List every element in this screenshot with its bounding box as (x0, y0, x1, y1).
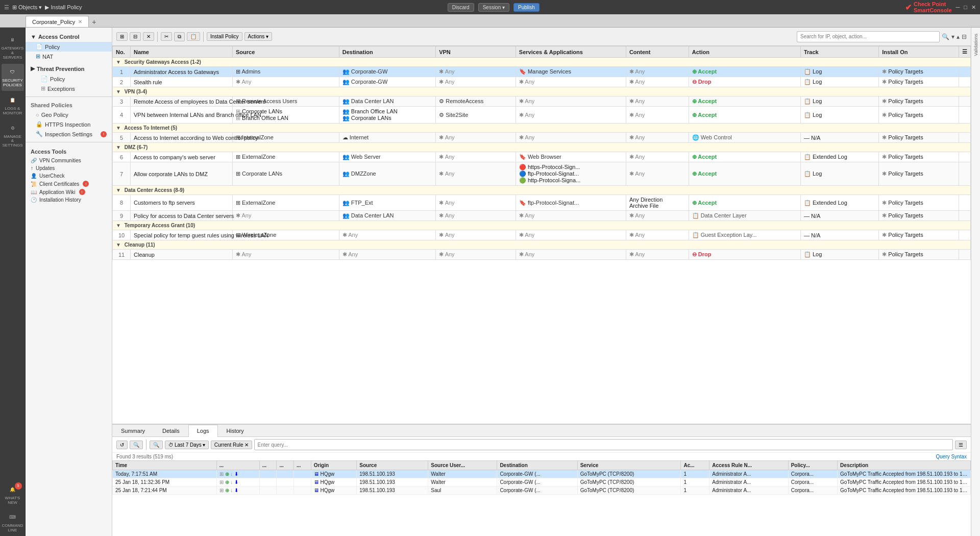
tool-client-certs[interactable]: 📜 Client Certificates ! (31, 180, 107, 188)
section-expand-icon[interactable]: ▼ (116, 223, 121, 228)
row-menu[interactable] (959, 195, 971, 211)
section-header-row[interactable]: ▼ Cleanup (11) (113, 240, 971, 250)
section-header-row[interactable]: ▼ Temporary Access Grant (10) (113, 221, 971, 230)
copy-button[interactable]: ⧉ (174, 32, 185, 41)
sidebar-item-command-line[interactable]: ⌨ COMMAND LINE (2, 509, 24, 536)
table-row[interactable]: 4 VPN between Internal LANs and Branch o… (113, 107, 971, 124)
add-above-button[interactable]: ⊞ (116, 32, 128, 41)
sidebar-item-logs[interactable]: 📋 LOGS & MONITOR (2, 92, 24, 119)
sidebar-item-whatsnew[interactable]: 🔔 WHAT'S NEW 5 (2, 481, 24, 508)
row-menu[interactable] (959, 211, 971, 221)
app-menu-icon[interactable]: ☰ (4, 4, 9, 11)
tab-summary[interactable]: Summary (112, 425, 154, 436)
nav-threat-title[interactable]: ▶ Threat Prevention (26, 63, 112, 74)
section-header-row[interactable]: ▼ Security Gateways Access (1-2) (113, 58, 971, 67)
scroll-up-button[interactable]: ▴ (957, 33, 960, 40)
log-row[interactable]: Today, 7:17:51 AM ⊞ ⊕ ↓ ⬇ 🖥 HQgw 198.51.… (113, 470, 971, 478)
nav-item-nat[interactable]: ⊞ NAT (26, 52, 112, 61)
log-query-input[interactable] (254, 439, 953, 450)
section-expand-icon[interactable]: ▼ (116, 89, 121, 94)
scroll-down-button[interactable]: ▾ (951, 33, 954, 40)
cut-button[interactable]: ✂ (161, 32, 172, 41)
row-source: ⊞ Corporate LANs⊞ Branch Office LAN (233, 107, 339, 124)
filter-button[interactable]: ⊟ (962, 33, 967, 40)
tool-install-history[interactable]: 🕐 Installation History (31, 196, 107, 204)
nav-item-geo-policy[interactable]: ○ Geo Policy (26, 110, 112, 119)
table-row[interactable]: 11 Cleanup ✱ Any ✱ Any ✱ Any ✱ Any ✱ Any… (113, 250, 971, 260)
actions-button[interactable]: Actions ▾ (244, 32, 273, 41)
section-expand-icon[interactable]: ▼ (116, 59, 121, 65)
section-header-row[interactable]: ▼ VPN (3-4) (113, 87, 971, 96)
tab-details[interactable]: Details (154, 425, 188, 436)
section-header-row[interactable]: ▼ Access To Internet (5) (113, 124, 971, 133)
nav-item-https-inspection[interactable]: 🔒 HTTPS Inspection (26, 119, 112, 129)
row-menu[interactable] (959, 250, 971, 260)
table-row[interactable]: 10 Special policy for temp guest rules u… (113, 230, 971, 240)
paste-button[interactable]: 📋 (187, 32, 200, 41)
search-input[interactable] (797, 31, 940, 42)
install-policy-menu[interactable]: ▶ Install Policy (45, 4, 82, 11)
tool-updates[interactable]: ↑ Updates (31, 164, 107, 172)
time-filter-button[interactable]: ⏱ Last 7 Days ▾ (165, 441, 209, 449)
log-row[interactable]: 25 Jan 18, 7:21:44 PM ⊞ ⊕ ↓ ⬇ 🖥 HQgw 198… (113, 486, 971, 495)
section-expand-icon[interactable]: ▼ (116, 144, 121, 150)
search-log-button[interactable]: 🔍 (130, 441, 143, 449)
search-button[interactable]: 🔍 (942, 33, 949, 40)
section-expand-icon[interactable]: ▼ (116, 187, 121, 193)
row-menu[interactable] (959, 152, 971, 162)
table-row[interactable]: 5 Access to Internet according to Web co… (113, 133, 971, 143)
nav-item-tp-policy[interactable]: 📄 Policy (26, 74, 112, 84)
rule-filter-close[interactable]: ✕ (244, 442, 249, 448)
tab-logs[interactable]: Logs (188, 425, 218, 437)
nav-item-policy[interactable]: 📄 Policy (26, 42, 112, 52)
section-header-row[interactable]: ▼ Data Center Access (8-9) (113, 186, 971, 195)
row-menu[interactable] (959, 96, 971, 107)
row-menu[interactable] (959, 67, 971, 77)
row-menu[interactable] (959, 77, 971, 87)
tool-vpn-communities[interactable]: 🔗 VPN Communities (31, 157, 107, 164)
tool-app-wiki[interactable]: 📖 Application Wiki ! (31, 188, 107, 196)
table-row[interactable]: 8 Customers to ftp servers ⊞ ExternalZon… (113, 195, 971, 211)
sidebar-item-security[interactable]: 🛡 SECURITY POLICIES (2, 64, 24, 91)
row-menu[interactable] (959, 162, 971, 186)
add-tab-button[interactable]: + (89, 17, 99, 27)
publish-button[interactable]: Publish (513, 3, 540, 12)
discard-button[interactable]: Discard (448, 3, 474, 12)
sidebar-item-manage[interactable]: ⚙ MANAGE & SETTINGS (2, 120, 24, 151)
query-syntax-link[interactable]: Query Syntax (936, 454, 967, 459)
rule-filter-button[interactable]: Current Rule ✕ (211, 441, 252, 449)
delete-button[interactable]: ✕ (143, 32, 154, 41)
section-header-row[interactable]: ▼ DMZ (6-7) (113, 143, 971, 152)
table-row[interactable]: 2 Stealth rule ✱ Any 👥 Corporate-GW ✱ An… (113, 77, 971, 87)
close-button[interactable]: ✕ (971, 4, 976, 11)
log-search-button[interactable]: 🔍 (150, 441, 163, 449)
section-expand-icon[interactable]: ▼ (116, 242, 121, 248)
table-row[interactable]: 1 Administrator Access to Gateways ⊞ Adm… (113, 67, 971, 77)
table-row[interactable]: 3 Remote Access of employees to Data Cen… (113, 96, 971, 107)
row-menu[interactable] (959, 107, 971, 124)
col-menu[interactable]: ☰ (959, 46, 971, 58)
tab-history[interactable]: History (218, 425, 253, 436)
add-below-button[interactable]: ⊟ (130, 32, 141, 41)
minimize-button[interactable]: ─ (956, 4, 960, 10)
row-menu[interactable] (959, 230, 971, 240)
nav-item-inspection-settings[interactable]: 🔧 Inspection Settings ! (26, 129, 112, 139)
nav-access-control-title[interactable]: ▼ Access Control (26, 32, 112, 42)
objects-menu[interactable]: ⊞ Objects ▾ (12, 4, 42, 11)
tool-usercheck[interactable]: 👤 UserCheck (31, 172, 107, 180)
log-menu-button[interactable]: ☰ (955, 441, 967, 449)
refresh-button[interactable]: ↺ (116, 441, 128, 449)
sidebar-item-gateways[interactable]: 🖥 GATEWAYS & SERVERS (2, 32, 24, 63)
nav-item-exceptions[interactable]: ⊞ Exceptions (26, 84, 112, 93)
session-button[interactable]: Session ▾ (478, 3, 509, 12)
table-row[interactable]: 9 Policy for access to Data Center serve… (113, 211, 971, 221)
table-row[interactable]: 6 Access to company's web server ⊞ Exter… (113, 152, 971, 162)
maximize-button[interactable]: □ (964, 4, 967, 10)
row-menu[interactable] (959, 133, 971, 143)
table-row[interactable]: 7 Allow corporate LANs to DMZ ⊞ Corporat… (113, 162, 971, 186)
log-row[interactable]: 25 Jan 18, 11:32:36 PM ⊞ ⊕ ↓ ⬇ 🖥 HQgw 19… (113, 478, 971, 486)
tab-close-icon[interactable]: ✕ (78, 19, 82, 25)
main-tab[interactable]: Corporate_Policy ✕ (26, 16, 89, 27)
section-expand-icon[interactable]: ▼ (116, 125, 121, 131)
install-policy-button[interactable]: Install Policy (207, 32, 242, 41)
